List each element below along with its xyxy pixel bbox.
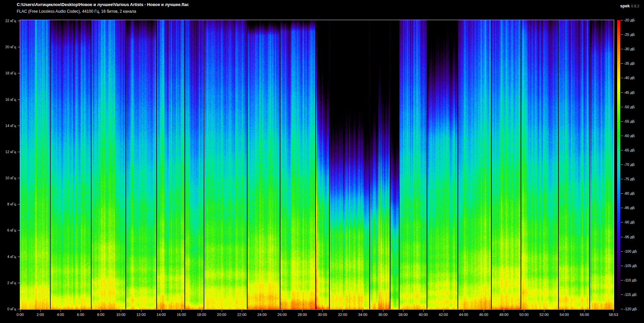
db-tick-label: -20 дБ xyxy=(624,18,635,22)
freq-tick-label: 12 кГц xyxy=(0,149,16,154)
time-tick xyxy=(242,310,242,312)
time-tick xyxy=(322,310,323,312)
time-tick xyxy=(282,310,282,312)
time-tick xyxy=(544,310,544,312)
db-tick-label: -70 дБ xyxy=(624,162,635,167)
db-tick xyxy=(621,251,623,252)
time-tick xyxy=(504,310,504,312)
db-tick-label: -85 дБ xyxy=(624,205,635,210)
db-tick xyxy=(621,266,623,266)
freq-tick xyxy=(18,283,20,283)
time-tick xyxy=(181,310,182,312)
time-tick xyxy=(302,310,303,312)
time-tick-label: 56:00 xyxy=(572,312,596,317)
db-tick xyxy=(621,78,623,78)
time-tick xyxy=(262,310,262,312)
db-tick-label: -35 дБ xyxy=(624,61,635,66)
db-tick xyxy=(621,35,623,35)
db-tick xyxy=(621,295,623,295)
db-tick xyxy=(621,121,623,122)
time-tick xyxy=(484,310,484,312)
db-tick xyxy=(621,20,623,20)
freq-tick-label: 18 кГц xyxy=(0,71,16,75)
db-tick-label: -30 дБ xyxy=(624,47,635,51)
freq-tick xyxy=(18,47,20,47)
db-tick xyxy=(621,92,623,93)
app-name: spek xyxy=(620,4,630,8)
time-tick xyxy=(342,310,343,312)
freq-tick xyxy=(18,204,20,204)
app-brand: spek0.8.2 xyxy=(620,3,639,9)
time-tick xyxy=(20,310,20,312)
db-tick xyxy=(621,63,623,64)
db-tick-label: -90 дБ xyxy=(624,220,635,224)
db-tick-label: -40 дБ xyxy=(624,75,635,80)
app-version: 0.8.2 xyxy=(631,4,639,8)
spectrogram-canvas xyxy=(20,20,614,309)
file-path-text: C:\Users\Антициклон\Desktop\Новое и лучш… xyxy=(17,2,189,7)
freq-tick xyxy=(18,73,20,73)
freq-tick-label: 8 кГц xyxy=(0,202,16,206)
db-tick xyxy=(621,309,623,309)
freq-tick xyxy=(18,21,20,21)
time-tick xyxy=(141,310,142,312)
db-tick-label: -75 дБ xyxy=(624,177,635,181)
time-tick xyxy=(423,310,424,312)
time-tick xyxy=(222,310,222,312)
db-tick-label: -60 дБ xyxy=(624,133,635,138)
file-info-text: FLAC (Free Lossless Audio Codec), 44100 … xyxy=(17,9,136,14)
time-tick xyxy=(564,310,565,312)
time-tick xyxy=(202,310,202,312)
time-tick xyxy=(464,310,464,312)
time-tick xyxy=(101,310,101,312)
db-tick xyxy=(621,107,623,107)
time-tick xyxy=(403,310,404,312)
db-legend-colorbar xyxy=(617,20,620,309)
db-tick-label: -105 дБ xyxy=(624,263,637,268)
time-tick xyxy=(363,310,363,312)
time-tick xyxy=(80,310,81,312)
db-tick xyxy=(621,165,623,165)
db-tick-label: -45 дБ xyxy=(624,90,635,95)
db-tick-label: -55 дБ xyxy=(624,119,635,124)
db-tick-label: -50 дБ xyxy=(624,105,635,109)
time-tick xyxy=(613,310,614,312)
freq-tick xyxy=(18,257,20,257)
freq-tick-label: 2 кГц xyxy=(0,280,16,285)
freq-tick-label: 20 кГц xyxy=(0,45,16,49)
db-tick-label: -110 дБ xyxy=(624,278,637,282)
time-tick xyxy=(40,310,41,312)
db-tick-label: -95 дБ xyxy=(624,235,635,239)
freq-tick-label: 6 кГц xyxy=(0,228,16,233)
freq-tick-label: 10 кГц xyxy=(0,176,16,180)
time-tick xyxy=(161,310,162,312)
db-tick-label: -120 дБ xyxy=(624,307,637,311)
freq-tick-label: 16 кГц xyxy=(0,97,16,102)
time-tick xyxy=(443,310,444,312)
db-tick-label: -100 дБ xyxy=(624,249,637,254)
freq-tick-label: 14 кГц xyxy=(0,123,16,128)
freq-tick-label: 4 кГц xyxy=(0,254,16,259)
time-tick xyxy=(524,310,524,312)
db-tick xyxy=(621,49,623,49)
time-tick-label: 58:53 xyxy=(601,312,626,317)
freq-tick xyxy=(18,309,20,309)
time-tick xyxy=(584,310,585,312)
db-tick xyxy=(621,222,623,222)
freq-tick-label: 0 кГц xyxy=(0,307,16,311)
freq-tick-label: 22 кГц xyxy=(0,18,16,23)
db-tick-label: -25 дБ xyxy=(624,32,635,37)
time-tick xyxy=(121,310,121,312)
freq-tick xyxy=(18,152,20,152)
db-tick xyxy=(621,179,623,179)
time-tick xyxy=(60,310,61,312)
freq-tick xyxy=(18,100,20,100)
db-tick xyxy=(621,193,623,194)
db-tick xyxy=(621,150,623,150)
db-tick xyxy=(621,136,623,136)
freq-tick xyxy=(18,230,20,231)
time-tick xyxy=(383,310,383,312)
db-tick-label: -115 дБ xyxy=(624,292,637,297)
freq-tick xyxy=(18,178,20,178)
db-tick xyxy=(621,208,623,208)
